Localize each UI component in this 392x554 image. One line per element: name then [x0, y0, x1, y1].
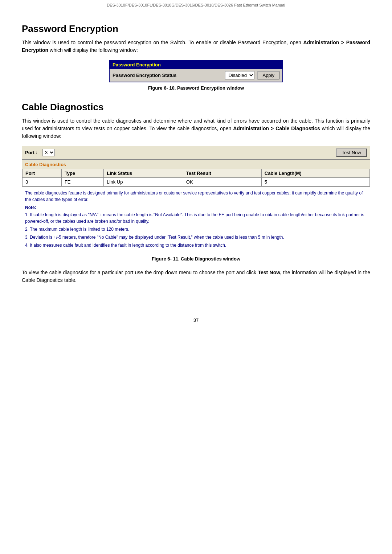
section-title: Cable Diagnostics: [25, 162, 66, 167]
table-row: 3 FE Link Up OK 5: [23, 178, 370, 186]
window-body: Password Encryption Status Disabled Enab…: [110, 69, 282, 82]
footer-page-number: 37: [193, 317, 199, 323]
desc-text-1: This window is used to control the passw…: [22, 40, 303, 45]
cable-diagnostics-desc: This window is used to control the cable…: [22, 117, 370, 140]
table-head: Port Type Link Status Test Result Cable …: [23, 169, 370, 178]
port-row: Port : 1 2 3 4 5 6 7 8 Test Now: [22, 146, 370, 159]
window-title-bar: Password Encryption: [110, 61, 282, 69]
note-header: Note:: [25, 204, 367, 211]
note-feature-desc: The cable diagnostics feature is designe…: [25, 190, 367, 203]
figure-caption-cable: Figure 6- 11. Cable Diagnostics window: [22, 256, 370, 262]
table-body: 3 FE Link Up OK 5: [23, 178, 370, 186]
test-now-button[interactable]: Test Now: [336, 148, 367, 157]
post-caption-bold: Test Now,: [258, 270, 281, 275]
port-label: Port :: [25, 150, 40, 155]
desc-text-2: which will display the following window:: [48, 47, 138, 53]
cable-desc-bold: Administration > Cable Diagnostics: [233, 126, 320, 131]
note-4: 4. It also measures cable fault and iden…: [25, 242, 367, 249]
password-encryption-heading: Password Encryption: [22, 23, 370, 34]
note-feature-text: The cable diagnostics feature is designe…: [25, 190, 363, 202]
col-type: Type: [61, 169, 103, 178]
cable-diagnostics-window: Port : 1 2 3 4 5 6 7 8 Test Now Cable Di…: [22, 146, 370, 253]
cable-diagnostics-section: Cable Diagnostics Port Type Link Status …: [22, 159, 370, 253]
port-dropdown[interactable]: 1 2 3 4 5 6 7 8: [42, 149, 55, 156]
window-field-label: Password Encryption Status: [113, 73, 222, 78]
cable-diagnostics-heading: Cable Diagnostics: [22, 102, 370, 113]
page-header: DES-3010F/DES-3010FL/DES-3010G/DES-3016/…: [0, 0, 392, 9]
col-port: Port: [23, 169, 62, 178]
cable-notes: The cable diagnostics feature is designe…: [22, 186, 370, 253]
cell-link-status: Link Up: [104, 178, 183, 186]
post-caption-text: To view the cable diagnostics for a part…: [22, 269, 370, 284]
note-3: 3. Deviation is +/-5 meters, therefore "…: [25, 234, 367, 241]
col-test-result: Test Result: [183, 169, 261, 178]
cable-diagnostics-table: Port Type Link Status Test Result Cable …: [22, 169, 370, 186]
page-content: Password Encryption This window is used …: [0, 9, 392, 303]
password-encryption-desc: This window is used to control the passw…: [22, 39, 370, 54]
encryption-status-dropdown[interactable]: Disabled Enabled: [225, 71, 254, 79]
password-encryption-window: Password Encryption Password Encryption …: [109, 60, 283, 82]
cell-port: 3: [23, 178, 62, 186]
table-header-row: Port Type Link Status Test Result Cable …: [23, 169, 370, 178]
page-footer: 37: [0, 317, 392, 323]
window-title: Password Encryption: [113, 62, 161, 67]
cell-cable-length: 5: [261, 178, 369, 186]
apply-button[interactable]: Apply: [257, 71, 279, 79]
cell-test-result: OK: [183, 178, 261, 186]
figure-caption-password: Figure 6- 10. Password Encryption window: [22, 85, 370, 91]
post-caption-1: To view the cable diagnostics for a part…: [22, 270, 258, 275]
note-1: 1. If cable length is displayed as "N/A"…: [25, 212, 367, 225]
note-2: 2. The maximum cable length is limited t…: [25, 226, 367, 233]
header-text: DES-3010F/DES-3010FL/DES-3010G/DES-3016/…: [107, 3, 285, 7]
col-cable-length: Cable Length(M): [261, 169, 369, 178]
cell-type: FE: [61, 178, 103, 186]
section-title-row: Cable Diagnostics: [22, 160, 370, 169]
col-link-status: Link Status: [104, 169, 183, 178]
